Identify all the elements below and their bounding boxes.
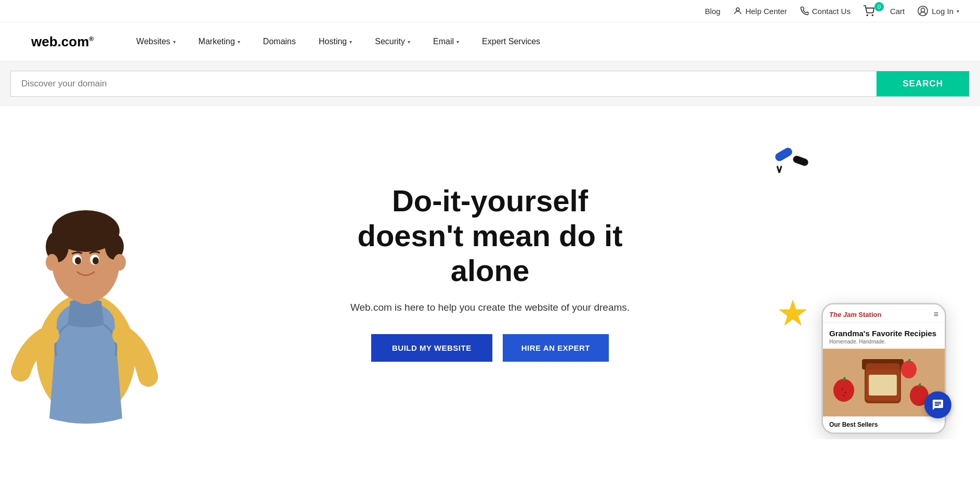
svg-point-4 — [921, 8, 925, 12]
nav-item-email[interactable]: Email ▾ — [422, 22, 471, 61]
svg-point-32 — [920, 388, 927, 394]
svg-rect-21 — [792, 155, 809, 167]
svg-point-0 — [736, 8, 739, 11]
hero-subtitle: Web.com is here to help you create the w… — [350, 300, 630, 315]
svg-point-18 — [113, 254, 126, 271]
contact-us-label: Contact Us — [812, 7, 851, 16]
user-icon — [917, 5, 929, 17]
svg-point-16 — [93, 257, 99, 264]
phone-icon — [800, 6, 809, 16]
cart-badge: 0 — [874, 2, 884, 11]
svg-point-17 — [46, 254, 58, 271]
blog-label: Blog — [705, 7, 721, 16]
nav-item-websites[interactable]: Websites ▾ — [125, 22, 187, 61]
hero-title: Do-it-yourself doesn't mean do it alone — [350, 184, 630, 288]
phone-footer: Our Best Sellers — [823, 416, 945, 432]
help-center-link[interactable]: Help Center — [733, 6, 787, 16]
svg-point-12 — [84, 218, 113, 236]
svg-rect-28 — [869, 375, 897, 396]
hero-buttons: BUILD MY WEBSITE HIRE AN EXPERT — [350, 334, 630, 362]
svg-marker-19 — [779, 300, 806, 325]
svg-point-29 — [833, 379, 854, 402]
svg-point-11 — [57, 218, 88, 239]
nav-item-marketing[interactable]: Marketing ▾ — [187, 22, 252, 61]
cart-link[interactable]: 0 Cart — [863, 5, 905, 17]
nav-item-security[interactable]: Security ▾ — [363, 22, 422, 61]
site-logo[interactable]: web.com® — [31, 34, 94, 50]
svg-point-15 — [75, 257, 81, 264]
svg-point-35 — [845, 392, 846, 393]
chat-icon — [932, 399, 944, 411]
search-section: SEARCH — [0, 61, 980, 106]
nav-item-expert-services[interactable]: Expert Services — [471, 22, 552, 61]
hero-section: Do-it-yourself doesn't mean do it alone … — [0, 106, 980, 439]
top-bar: Blog Help Center Contact Us 0 Cart Log I… — [0, 0, 980, 22]
contact-us-link[interactable]: Contact Us — [800, 6, 851, 16]
phone-hero-text: Grandma's Favorite Recipies Homemade. Ha… — [823, 323, 945, 349]
phone-frame: The Jam Station ≡ Grandma's Favorite Rec… — [821, 303, 946, 434]
blog-link[interactable]: Blog — [705, 7, 721, 16]
svg-point-33 — [901, 361, 917, 378]
search-bar: SEARCH — [10, 71, 970, 97]
star-decoration — [777, 298, 808, 335]
build-website-button[interactable]: BUILD MY WEBSITE — [371, 334, 492, 362]
chat-bubble-button[interactable] — [924, 391, 951, 418]
nav-item-hosting[interactable]: Hosting ▾ — [307, 22, 363, 61]
nav-items: Websites ▾ Marketing ▾ Domains Hosting ▾… — [125, 22, 552, 61]
chevron-down-icon: ▾ — [238, 39, 240, 45]
login-chevron: ▾ — [957, 8, 959, 14]
phone-menu-icon: ≡ — [934, 310, 938, 319]
phone-hero-sub: Homemade. Handmade. — [829, 339, 938, 345]
cart-icon — [863, 5, 874, 17]
svg-point-34 — [842, 389, 843, 390]
phone-header: The Jam Station ≡ — [823, 304, 945, 323]
help-center-label: Help Center — [746, 7, 787, 16]
chevron-down-icon: ▾ — [349, 39, 352, 45]
search-button[interactable]: SEARCH — [877, 71, 969, 96]
hero-content: Do-it-yourself doesn't mean do it alone … — [350, 184, 630, 362]
svg-point-1 — [867, 15, 868, 16]
svg-rect-20 — [774, 148, 793, 162]
deco-pills — [772, 148, 814, 176]
main-nav: web.com® Websites ▾ Marketing ▾ Domains … — [0, 22, 980, 61]
cart-label: Cart — [890, 7, 905, 16]
svg-point-30 — [844, 383, 852, 390]
nav-item-domains[interactable]: Domains — [252, 22, 307, 61]
chevron-down-icon: ▾ — [408, 39, 410, 45]
login-link[interactable]: Log In ▾ — [917, 5, 959, 17]
svg-point-36 — [843, 395, 845, 397]
hire-expert-button[interactable]: HIRE AN EXPERT — [503, 334, 609, 362]
person-icon — [733, 6, 742, 16]
login-label: Log In — [932, 7, 953, 16]
svg-point-2 — [872, 15, 873, 16]
hero-person — [0, 158, 172, 439]
svg-line-23 — [779, 166, 781, 173]
phone-hero-title: Grandma's Favorite Recipies — [829, 329, 938, 338]
phone-brand: The Jam Station — [829, 311, 881, 319]
phone-mockup: The Jam Station ≡ Grandma's Favorite Rec… — [808, 303, 959, 434]
chevron-down-icon: ▾ — [173, 39, 176, 45]
search-input[interactable] — [11, 71, 877, 96]
chevron-down-icon: ▾ — [456, 39, 459, 45]
